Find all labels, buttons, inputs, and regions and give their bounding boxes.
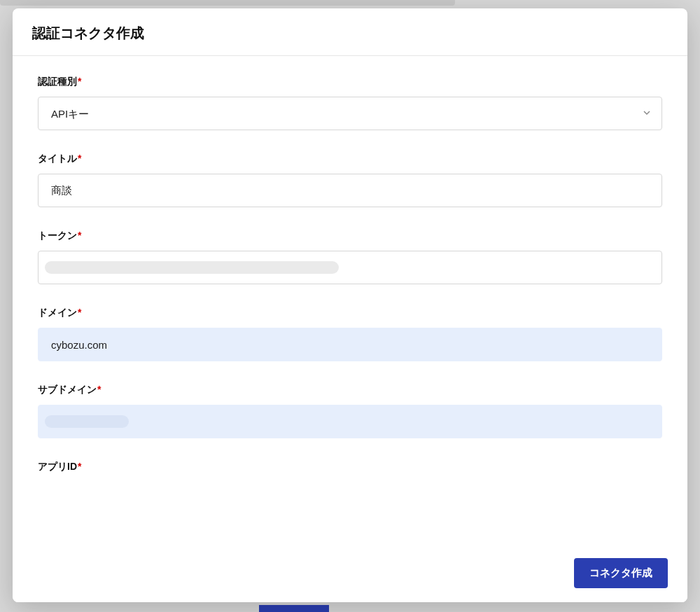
token-input-wrap <box>38 251 662 284</box>
modal-title: 認証コネクタ作成 <box>32 24 668 43</box>
subdomain-group: サブドメイン* <box>38 384 662 438</box>
app-id-label-text: アプリID <box>38 461 77 472</box>
domain-label-text: ドメイン <box>38 307 77 318</box>
modal-header: 認証コネクタ作成 <box>13 8 687 56</box>
domain-group: ドメイン* <box>38 307 662 361</box>
title-label-text: タイトル <box>38 153 77 164</box>
title-label: タイトル* <box>38 153 662 165</box>
create-connector-button[interactable]: コネクタ作成 <box>574 558 668 588</box>
auth-type-select-wrap: APIキー <box>38 97 662 130</box>
app-id-group: アプリID* <box>38 461 662 473</box>
required-mark: * <box>78 307 81 318</box>
app-id-label: アプリID* <box>38 461 662 473</box>
subdomain-input-wrap <box>38 405 662 438</box>
subdomain-label-text: サブドメイン <box>38 384 97 395</box>
required-mark: * <box>78 230 81 241</box>
background-decoration <box>0 0 455 6</box>
modal-body[interactable]: 認証種別* APIキー タイトル* トークン* <box>13 56 687 547</box>
required-mark: * <box>97 384 101 395</box>
background-decoration <box>259 605 329 612</box>
token-input[interactable] <box>38 251 662 284</box>
create-auth-connector-modal: 認証コネクタ作成 認証種別* APIキー タイトル* <box>13 8 687 602</box>
token-label: トークン* <box>38 230 662 242</box>
required-mark: * <box>78 153 81 164</box>
token-label-text: トークン <box>38 230 77 241</box>
title-group: タイトル* <box>38 153 662 207</box>
required-mark: * <box>78 76 81 87</box>
auth-type-label-text: 認証種別 <box>38 76 77 87</box>
auth-type-label: 認証種別* <box>38 76 662 88</box>
subdomain-input[interactable] <box>38 405 662 438</box>
required-mark: * <box>78 461 81 472</box>
domain-input[interactable] <box>38 328 662 361</box>
auth-type-group: 認証種別* APIキー <box>38 76 662 130</box>
token-group: トークン* <box>38 230 662 284</box>
modal-footer: コネクタ作成 <box>13 547 687 602</box>
auth-type-select[interactable]: APIキー <box>38 97 662 130</box>
subdomain-label: サブドメイン* <box>38 384 662 396</box>
title-input[interactable] <box>38 174 662 207</box>
domain-label: ドメイン* <box>38 307 662 319</box>
